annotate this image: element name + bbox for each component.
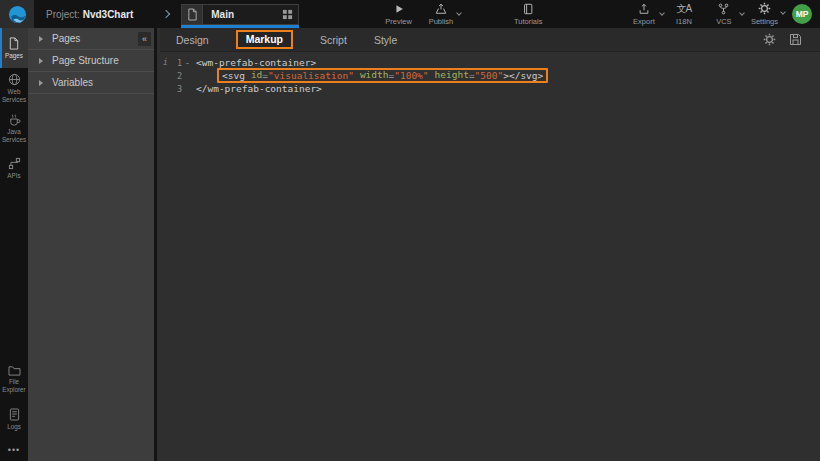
code-token-attr: width <box>360 69 389 80</box>
sidebar-more-button[interactable]: ••• <box>0 439 28 461</box>
save-icon[interactable] <box>789 33 802 46</box>
sidebar-item-file-explorer[interactable]: File Explorer <box>0 359 28 399</box>
wavemaker-logo-icon <box>8 5 27 24</box>
triangle-right-icon <box>39 36 43 42</box>
code-token-attr: height <box>435 69 469 80</box>
folder-icon <box>8 365 21 376</box>
code-token-string: "100%" <box>394 69 428 80</box>
page-tab-label: Main <box>203 9 282 20</box>
page-tab-main[interactable]: Main <box>181 4 299 25</box>
panel-section-variables[interactable]: Variables <box>28 72 154 94</box>
sidebar-item-pages[interactable]: Pages <box>0 28 28 68</box>
editor-tab-bar: Design Markup Script Style <box>160 28 820 52</box>
line-number: 2 <box>171 71 182 81</box>
export-icon <box>638 3 650 15</box>
user-avatar[interactable]: MP <box>792 4 812 24</box>
chevron-down-icon <box>739 10 745 16</box>
pages-panel: Pages Page Structure Variables « <box>28 28 157 461</box>
top-bar: Project: Nvd3Chart Main Preview <box>0 0 820 28</box>
line-number: 1 <box>171 58 182 68</box>
connector-icon <box>8 157 21 170</box>
code-token-tag: </wm-prefab-container> <box>196 83 322 94</box>
code-token-tag: <svg <box>222 69 245 80</box>
sidebar-item-web-services[interactable]: Web Services <box>0 68 28 108</box>
settings-button[interactable]: Settings <box>751 2 778 26</box>
play-icon <box>393 3 405 15</box>
publish-icon <box>434 3 448 15</box>
translate-icon: 文A <box>677 2 692 15</box>
code-line-2: 2 <svgid="visualisation"width="100%"heig… <box>160 69 820 82</box>
code-token-string: "500" <box>475 69 504 80</box>
preview-button[interactable]: Preview <box>385 3 412 26</box>
triangle-right-icon <box>39 58 43 64</box>
wavemaker-logo[interactable] <box>0 0 34 28</box>
panel-section-pages[interactable]: Pages <box>28 28 154 50</box>
code-token-attr: id <box>251 69 262 80</box>
tutorials-button[interactable]: Tutorials <box>514 3 542 26</box>
vcs-button[interactable]: VCS <box>711 3 737 26</box>
sidebar-item-logs[interactable]: Logs <box>0 399 28 439</box>
tab-script[interactable]: Script <box>320 34 347 46</box>
chevron-down-icon <box>659 10 665 16</box>
panel-section-page-structure[interactable]: Page Structure <box>28 50 154 72</box>
document-icon <box>9 408 20 421</box>
topbar-right-actions: Export 文A I18N VCS <box>631 2 820 26</box>
code-token-tag: <wm-prefab-container> <box>196 57 316 68</box>
fold-toggle[interactable]: - <box>182 58 193 68</box>
i18n-button[interactable]: 文A I18N <box>671 2 697 26</box>
coffee-cup-icon <box>8 113 21 126</box>
code-line-3: 3 </wm-prefab-container> <box>160 82 820 95</box>
editor-settings-gear-icon[interactable] <box>763 33 776 46</box>
project-title: Project: Nvd3Chart <box>46 9 133 20</box>
collapse-panel-button[interactable]: « <box>138 32 151 46</box>
export-button[interactable]: Export <box>631 3 657 26</box>
active-page-indicator <box>181 25 299 28</box>
publish-button[interactable]: Publish <box>428 3 454 26</box>
grid-icon[interactable] <box>282 9 293 20</box>
chevron-down-icon <box>780 9 786 15</box>
page-file-icon <box>182 5 203 24</box>
line-number: 3 <box>171 84 182 94</box>
editor-area: Design Markup Script Style <box>160 28 820 461</box>
tab-design[interactable]: Design <box>176 34 209 46</box>
sidebar-spacer <box>0 188 28 359</box>
editor-toolbar-icons <box>763 33 820 46</box>
topbar-center-actions: Preview Publish Tutorials <box>385 3 542 26</box>
chevron-down-icon <box>456 10 462 16</box>
gear-icon <box>758 2 771 15</box>
globe-icon <box>8 73 21 86</box>
gutter-info-marker: i <box>160 58 171 67</box>
branch-icon <box>717 3 730 15</box>
triangle-right-icon <box>39 80 43 86</box>
code-token-tag: ></svg> <box>503 69 543 80</box>
left-sidebar: Pages Web Services Java Services APIs <box>0 28 28 461</box>
sidebar-item-apis[interactable]: APIs <box>0 148 28 188</box>
project-name: Nvd3Chart <box>83 9 134 20</box>
tutorials-icon <box>522 3 534 15</box>
markup-code-editor[interactable]: i 1 - <wm-prefab-container> 2 <svgid="vi… <box>160 52 820 95</box>
svg-line-annotation-highlight: <svgid="visualisation"width="100%"height… <box>217 68 548 84</box>
chevron-right-icon[interactable] <box>162 10 170 18</box>
sidebar-item-java-services[interactable]: Java Services <box>0 108 28 148</box>
tab-style[interactable]: Style <box>374 34 397 46</box>
code-token-string: "visualisation" <box>268 69 354 80</box>
pages-icon <box>8 37 20 50</box>
tab-markup[interactable]: Markup <box>236 30 293 49</box>
